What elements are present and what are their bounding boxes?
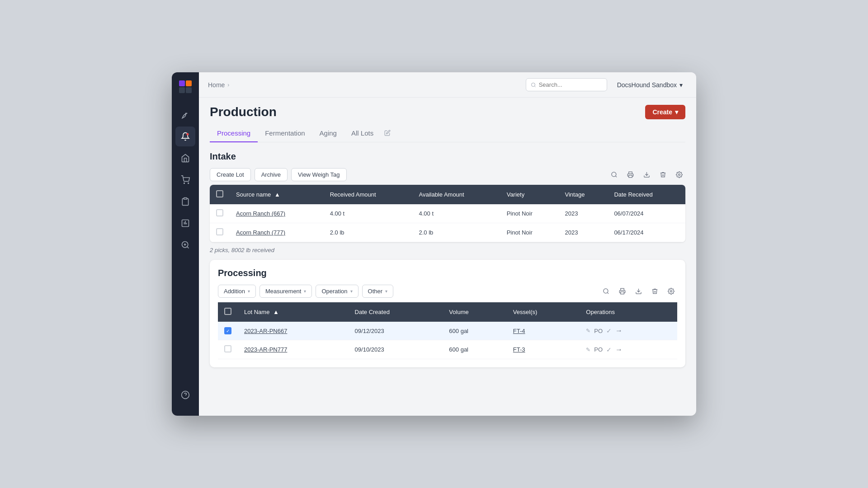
svg-rect-23 xyxy=(628,175,632,178)
create-lot-button[interactable]: Create Lot xyxy=(210,168,251,181)
intake-row-received-0: 4.00 t xyxy=(324,204,413,223)
proc-pencil-icon-0[interactable]: ✎ xyxy=(586,328,590,334)
sidebar-item-bell[interactable] xyxy=(175,127,195,146)
proc-cb-0[interactable]: ✓ xyxy=(224,327,231,334)
workspace-chevron: ▾ xyxy=(679,81,683,89)
sidebar-item-search-zoom[interactable] xyxy=(175,235,195,255)
workspace-selector[interactable]: DocsHound Sandbox ▾ xyxy=(613,79,687,91)
proc-select-all-checkbox[interactable] xyxy=(224,308,231,315)
proc-col-lot: Lot Name ▲ xyxy=(238,302,349,322)
filter-measurement[interactable]: Measurement ▾ xyxy=(259,285,312,298)
svg-rect-2 xyxy=(186,80,192,86)
sidebar xyxy=(172,72,199,416)
intake-row-received-1: 2.0 lb xyxy=(324,223,413,242)
workspace-name: DocsHound Sandbox xyxy=(617,81,677,89)
sidebar-item-clipboard[interactable] xyxy=(175,192,195,211)
tab-all-lots[interactable]: All Lots xyxy=(344,125,381,142)
svg-point-21 xyxy=(611,172,616,177)
proc-ops-cell-1: ✎ PO ✓ → xyxy=(586,346,671,354)
intake-footer: 2 picks, 8002 lb received xyxy=(210,242,685,258)
proc-row-vessel-1: FT-3 xyxy=(507,340,580,359)
intake-row-cb-0[interactable] xyxy=(210,204,230,223)
processing-settings-btn[interactable] xyxy=(665,285,677,298)
proc-row-lot-0: 2023-AR-PN667 xyxy=(238,322,349,340)
svg-point-19 xyxy=(531,83,535,86)
topbar: Home › DocsHound Sandbox ▾ xyxy=(199,72,696,98)
sidebar-item-report[interactable] xyxy=(175,213,195,233)
intake-search-btn[interactable] xyxy=(608,169,620,181)
intake-source-link-0[interactable]: Acorn Ranch (667) xyxy=(236,210,285,217)
intake-cb-0[interactable] xyxy=(216,209,223,216)
app-logo xyxy=(176,78,194,96)
proc-select-all[interactable] xyxy=(218,302,238,322)
search-icon xyxy=(531,82,536,88)
intake-toolbar: Create Lot Archive View Weigh Tag xyxy=(210,168,685,181)
svg-point-26 xyxy=(603,289,608,293)
processing-trash-btn[interactable] xyxy=(648,285,661,298)
proc-ops-cell-0: ✎ PO ✓ → xyxy=(586,327,671,335)
intake-row-variety-1: Pinot Noir xyxy=(500,223,559,242)
svg-rect-3 xyxy=(179,87,185,93)
breadcrumb-home[interactable]: Home xyxy=(208,81,225,89)
intake-col-variety: Variety xyxy=(500,185,559,204)
proc-vessel-link-0[interactable]: FT-4 xyxy=(513,328,525,334)
svg-point-25 xyxy=(678,174,680,176)
proc-col-vessel: Vessel(s) xyxy=(507,302,580,322)
proc-op-label-0: PO xyxy=(594,328,603,334)
create-button[interactable]: Create ▾ xyxy=(645,105,685,119)
search-bar[interactable] xyxy=(526,78,607,91)
intake-download-btn[interactable] xyxy=(640,169,653,181)
proc-lot-link-1[interactable]: 2023-AR-PN777 xyxy=(244,346,287,353)
proc-arrow-icon-1[interactable]: → xyxy=(615,346,623,354)
intake-col-date: Date Received xyxy=(608,185,685,204)
search-input[interactable] xyxy=(539,81,602,88)
main-content: Home › DocsHound Sandbox ▾ Production Pr… xyxy=(199,72,696,416)
view-weigh-tag-button[interactable]: View Weigh Tag xyxy=(291,168,347,181)
tab-fermentation[interactable]: Fermentation xyxy=(258,125,312,142)
proc-arrow-icon-0[interactable]: → xyxy=(615,327,623,335)
proc-row-volume-0: 600 gal xyxy=(443,322,506,340)
intake-settings-btn[interactable] xyxy=(673,169,685,181)
intake-trash-btn[interactable] xyxy=(656,169,669,181)
proc-lot-link-0[interactable]: 2023-AR-PN667 xyxy=(244,328,287,334)
proc-row-cb-1[interactable] xyxy=(218,340,238,359)
intake-row-available-0: 4.00 t xyxy=(412,204,500,223)
svg-rect-28 xyxy=(620,292,624,294)
intake-source-link-1[interactable]: Acorn Ranch (777) xyxy=(236,229,285,236)
filter-measurement-chevron: ▾ xyxy=(304,289,306,294)
proc-cb-1[interactable] xyxy=(224,345,231,352)
proc-col-operations: Operations xyxy=(580,302,677,322)
table-row: Acorn Ranch (667) 4.00 t 4.00 t Pinot No… xyxy=(210,204,685,223)
proc-op-label-1: PO xyxy=(594,346,603,353)
archive-button[interactable]: Archive xyxy=(255,168,288,181)
proc-row-cb-0[interactable]: ✓ xyxy=(218,322,238,340)
processing-download-btn[interactable] xyxy=(632,285,645,298)
tab-processing[interactable]: Processing xyxy=(210,125,258,142)
processing-print-btn[interactable] xyxy=(616,285,628,298)
proc-check-icon-0[interactable]: ✓ xyxy=(606,327,612,334)
tab-aging[interactable]: Aging xyxy=(312,125,344,142)
proc-pencil-icon-1[interactable]: ✎ xyxy=(586,347,590,353)
filter-operation[interactable]: Operation ▾ xyxy=(316,285,358,298)
sidebar-item-leaf[interactable] xyxy=(175,105,195,125)
proc-check-icon-1[interactable]: ✓ xyxy=(606,346,612,353)
intake-row-cb-1[interactable] xyxy=(210,223,230,242)
intake-select-all[interactable] xyxy=(210,185,230,204)
sidebar-item-shop[interactable] xyxy=(175,170,195,190)
filter-other[interactable]: Other ▾ xyxy=(362,285,394,298)
svg-rect-8 xyxy=(184,198,187,199)
table-row: 2023-AR-PN777 09/10/2023 600 gal FT-3 ✎ … xyxy=(218,340,677,359)
proc-vessel-link-1[interactable]: FT-3 xyxy=(513,346,525,353)
svg-line-27 xyxy=(607,292,609,294)
table-row: Acorn Ranch (777) 2.0 lb 2.0 lb Pinot No… xyxy=(210,223,685,242)
intake-col-available: Available Amount xyxy=(412,185,500,204)
intake-select-all-checkbox[interactable] xyxy=(216,190,223,197)
sidebar-item-help[interactable] xyxy=(175,385,195,405)
sidebar-item-building[interactable] xyxy=(175,148,195,168)
intake-print-btn[interactable] xyxy=(624,169,637,181)
processing-search-btn[interactable] xyxy=(599,285,612,298)
filter-addition[interactable]: Addition ▾ xyxy=(218,285,256,298)
tab-edit-icon[interactable] xyxy=(381,125,394,142)
proc-row-date-0: 09/12/2023 xyxy=(349,322,443,340)
intake-cb-1[interactable] xyxy=(216,228,223,235)
